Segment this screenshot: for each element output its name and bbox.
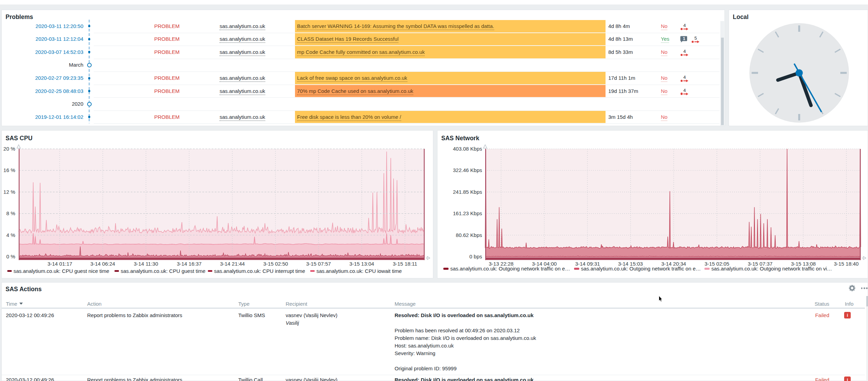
- svg-text:1: 1: [683, 36, 685, 41]
